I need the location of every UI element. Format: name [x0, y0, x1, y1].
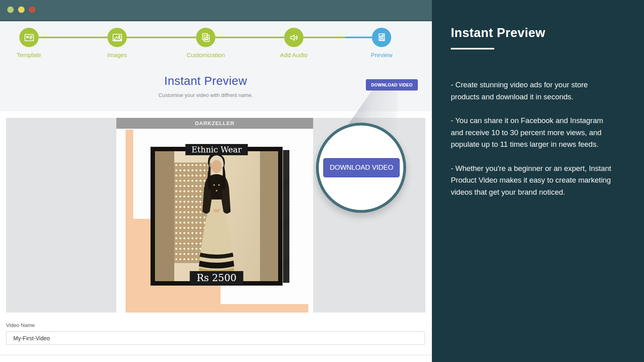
step-images[interactable]: [107, 28, 127, 47]
photo-right-band: [260, 151, 278, 281]
stepper-connector: [303, 37, 345, 38]
page-subtitle: Customise your video with diffrent name.: [0, 92, 411, 98]
template-accent-stripe: [126, 130, 133, 219]
traffic-light-red-icon[interactable]: [29, 6, 35, 13]
template-accent-block: [126, 286, 221, 313]
step-add-audio[interactable]: [284, 28, 303, 47]
preview-icon: [376, 32, 387, 43]
traffic-light-green-icon[interactable]: [7, 6, 14, 13]
traffic-light-yellow-icon[interactable]: [18, 6, 25, 13]
download-video-button[interactable]: DOWNLOAD VIDEO: [366, 79, 418, 90]
customization-icon: [200, 32, 211, 43]
main-area: Template Images Customization Add Audio …: [0, 0, 432, 362]
step-label-template[interactable]: Template: [0, 51, 63, 58]
sidebar-paragraph: - Create stunning video ads for your sto…: [451, 79, 615, 103]
step-label-preview[interactable]: Preview: [347, 51, 416, 58]
audio-icon: [289, 32, 299, 43]
stepper-connector: [39, 37, 107, 38]
product-photo: [155, 151, 278, 281]
step-template[interactable]: [19, 28, 39, 47]
video-name-input[interactable]: [6, 331, 425, 345]
template-icon: [24, 32, 35, 43]
divider: [0, 355, 432, 355]
template-accent-block: [126, 219, 153, 286]
product-price-tag: Rs 2500: [190, 271, 243, 285]
page-title: Instant Preview: [0, 74, 411, 88]
photo-left-band: [155, 151, 174, 281]
model-figure: [174, 151, 259, 281]
sidebar-description: - Create stunning video ads for your sto…: [451, 79, 615, 210]
texture-strip: [283, 150, 289, 283]
step-label-add-audio[interactable]: Add Audio: [260, 51, 328, 58]
window-titlebar: [0, 0, 432, 21]
product-title-tag: Ethnic Wear: [186, 144, 248, 155]
sidebar-paragraph: - Whether you're a beginner or an expert…: [451, 162, 615, 198]
sidebar-title: Instant Preview: [451, 26, 545, 40]
video-name-label: Video Name: [6, 322, 35, 328]
template-accent-bar: [221, 304, 308, 313]
sidebar-paragraph: - You can share it on Facebook and Insta…: [451, 115, 615, 150]
product-photo-frame: [151, 147, 283, 286]
download-video-button-magnified[interactable]: DOWNLOAD VIDEO: [323, 158, 400, 177]
app-window: Template Images Customization Add Audio …: [0, 0, 644, 362]
brand-banner: DARKZELLER: [116, 118, 313, 129]
images-icon: [112, 32, 123, 43]
step-label-images[interactable]: Images: [83, 51, 151, 58]
stepper-connector: [215, 37, 284, 38]
stepper-connector-active: [345, 37, 372, 38]
info-sidebar: Instant Preview - Create stunning video …: [432, 0, 644, 362]
sidebar-title-underline: [451, 48, 494, 49]
video-frame-card: DARKZELLER: [116, 118, 313, 313]
step-preview[interactable]: [372, 28, 391, 47]
stepper-connector: [127, 37, 196, 38]
step-label-customization[interactable]: Customization: [171, 51, 240, 58]
step-customization[interactable]: [196, 28, 215, 47]
